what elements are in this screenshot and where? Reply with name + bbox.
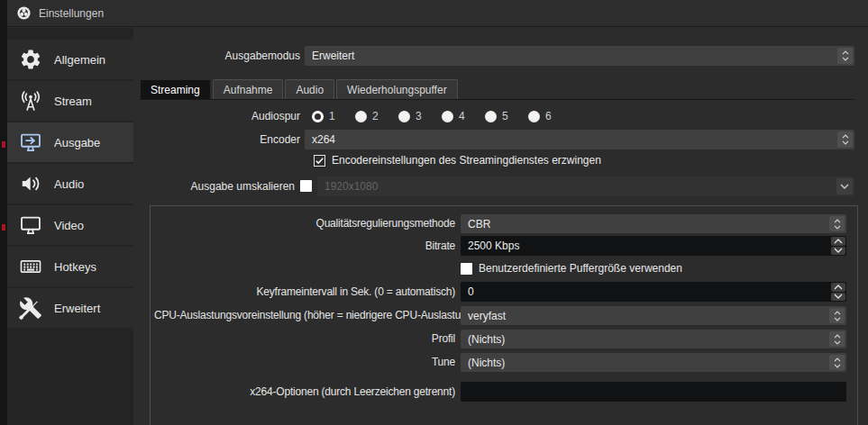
- sidebar-item-hotkeys[interactable]: Hotkeys: [7, 247, 133, 286]
- spin-buttons: [831, 237, 845, 255]
- sidebar-item-label: Erweitert: [54, 302, 100, 315]
- combo-value: x264: [312, 130, 335, 149]
- audio-track-label: Audiospur: [133, 107, 300, 125]
- combo-value: veryfast: [468, 306, 506, 325]
- checkbox-label: Encodereinstellungen des Streamingdienst…: [332, 154, 601, 167]
- rescale-checkbox[interactable]: [300, 180, 312, 192]
- spinner-icon[interactable]: [829, 308, 845, 323]
- obs-settings-window: Einstellungen Allgemein Stream Ausgabe A…: [0, 0, 868, 425]
- encoder-label: Encoder: [133, 130, 300, 149]
- spinner-icon[interactable]: [829, 216, 845, 231]
- radio-icon: [485, 111, 497, 122]
- tab-wiederholungspuffer[interactable]: Wiederholungspuffer: [336, 79, 458, 99]
- display-icon: [18, 213, 42, 238]
- rescale-resolution-select: 1920x1080: [317, 176, 854, 196]
- sidebar-item-erweitert[interactable]: Erweitert: [7, 288, 133, 328]
- encoder-settings-group: Qualitätsregulierungsmethode CBR Bitrate…: [150, 205, 858, 425]
- sidebar-item-audio[interactable]: Audio: [7, 164, 133, 203]
- checkbox-unchecked-icon: [461, 263, 472, 275]
- spin-up-button[interactable]: [831, 283, 845, 292]
- broadcast-icon: [18, 89, 42, 113]
- settings-nav: Allgemein Stream Ausgabe Audio Video: [7, 28, 133, 425]
- cpu-preset-label: CPU-Auslastungsvoreinstellung (höher = n…: [154, 306, 455, 325]
- sidebar-item-label: Stream: [54, 95, 92, 108]
- spinner-icon[interactable]: [829, 331, 845, 347]
- radio-selected-icon: [312, 111, 324, 122]
- radio-icon: [528, 111, 540, 122]
- window-title: Einstellungen: [39, 7, 104, 20]
- combo-value: Erweitert: [312, 46, 354, 66]
- tab-aufnahme[interactable]: Aufnahme: [213, 79, 284, 99]
- spinner-icon[interactable]: [829, 355, 845, 370]
- output-mode-select[interactable]: Erweitert: [305, 46, 854, 66]
- bitrate-spinbox-wrap: [461, 236, 846, 256]
- profile-label: Profil: [154, 330, 455, 348]
- spin-down-button[interactable]: [831, 247, 845, 256]
- cpu-preset-select[interactable]: veryfast: [461, 306, 846, 325]
- spin-down-button[interactable]: [831, 293, 845, 302]
- sidebar-item-allgemein[interactable]: Allgemein: [7, 40, 133, 79]
- radio-track-1[interactable]: 1: [312, 110, 355, 122]
- keyframe-spinbox[interactable]: [461, 282, 846, 302]
- x264-options-label: x264-Optionen (durch Leerzeichen getrenn…: [154, 382, 455, 402]
- bitrate-spinbox[interactable]: [461, 236, 846, 256]
- checkbox-checked-icon: [314, 155, 325, 167]
- radio-track-2[interactable]: 2: [355, 110, 398, 122]
- spinner-icon[interactable]: [837, 48, 853, 64]
- custom-buffer-checkbox[interactable]: Benutzerdefinierte Puffergröße verwenden: [461, 261, 682, 276]
- combo-value: CBR: [468, 214, 490, 233]
- keyboard-icon: [18, 255, 42, 279]
- tab-pane-border: [140, 99, 854, 100]
- display-output-icon: [18, 131, 42, 155]
- sidebar-item-label: Audio: [54, 177, 84, 191]
- radio-track-3[interactable]: 3: [398, 110, 442, 122]
- sidebar-item-stream[interactable]: Stream: [7, 81, 133, 121]
- gear-icon: [18, 48, 42, 72]
- tab-streaming[interactable]: Streaming: [140, 79, 211, 99]
- checkbox-label: Benutzerdefinierte Puffergröße verwenden: [479, 262, 682, 275]
- enforce-streaming-settings-checkbox[interactable]: Encodereinstellungen des Streamingdienst…: [314, 153, 601, 167]
- combo-value: (Nichts): [468, 353, 505, 372]
- sidebar-item-label: Video: [54, 219, 84, 232]
- radio-icon: [442, 111, 453, 122]
- settings-content: Ausgabemodus Erweitert Streaming Aufnahm…: [133, 28, 868, 425]
- tune-label: Tune: [154, 353, 455, 372]
- encoder-select[interactable]: x264: [305, 130, 854, 149]
- speaker-icon: [18, 172, 42, 196]
- rate-control-select[interactable]: CBR: [461, 214, 846, 233]
- radio-icon: [398, 111, 410, 122]
- rate-control-label: Qualitätsregulierungsmethode: [154, 214, 455, 233]
- volume-meter-fragment: [2, 141, 5, 148]
- tab-audio[interactable]: Audio: [285, 79, 334, 99]
- volume-meter-fragment: [2, 224, 5, 231]
- radio-icon: [355, 111, 367, 122]
- audio-track-radiogroup: 1 2 3 4 5 6: [312, 107, 571, 125]
- chevron-down-icon: [836, 178, 853, 194]
- bitrate-label: Bitrate: [154, 236, 455, 256]
- radio-track-4[interactable]: 4: [442, 110, 485, 122]
- tools-icon: [18, 296, 42, 321]
- rescale-output-label: Ausgabe umskalieren: [133, 176, 295, 196]
- x264-options-input[interactable]: [461, 382, 846, 402]
- tune-select[interactable]: (Nichts): [461, 353, 846, 372]
- spinner-icon[interactable]: [837, 131, 853, 148]
- keyframe-interval-label: Keyframeintervall in Sek. (0 = automatis…: [154, 282, 455, 302]
- background-app-edge: [0, 0, 7, 425]
- titlebar[interactable]: Einstellungen: [7, 0, 868, 27]
- combo-value: (Nichts): [468, 330, 505, 348]
- sidebar-item-label: Allgemein: [54, 53, 105, 67]
- profile-select[interactable]: (Nichts): [461, 330, 846, 348]
- obs-logo-icon: [16, 5, 32, 21]
- sidebar-item-label: Hotkeys: [54, 260, 96, 274]
- keyframe-spinbox-wrap: [461, 282, 846, 302]
- sidebar-item-ausgabe[interactable]: Ausgabe: [7, 122, 133, 162]
- radio-track-6[interactable]: 6: [528, 110, 571, 122]
- sidebar-item-label: Ausgabe: [54, 136, 100, 149]
- spin-up-button[interactable]: [831, 237, 845, 246]
- sidebar-item-video[interactable]: Video: [7, 205, 133, 245]
- output-mode-label: Ausgabemodus: [133, 46, 300, 66]
- radio-track-5[interactable]: 5: [485, 110, 528, 122]
- spin-buttons: [831, 283, 845, 301]
- tab-bar: Streaming Aufnahme Audio Wiederholungspu…: [140, 79, 460, 99]
- combo-value: 1920x1080: [324, 176, 378, 196]
